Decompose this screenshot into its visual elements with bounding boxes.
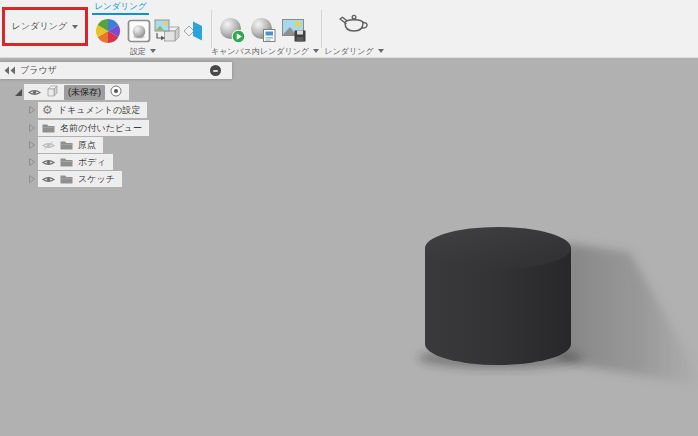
tree-row-document-settings[interactable]: ⚙ ドキュメントの設定 xyxy=(26,102,147,118)
expander-collapsed-icon[interactable] xyxy=(26,120,38,136)
tree-item-label[interactable]: ボディ xyxy=(78,156,106,169)
expander-expanded-icon[interactable] xyxy=(12,84,24,100)
browser-panel-title: ブラウザ xyxy=(20,64,57,77)
visibility-eye-icon[interactable] xyxy=(28,83,41,101)
expander-collapsed-icon[interactable] xyxy=(26,102,38,118)
cylinder-body[interactable] xyxy=(425,227,571,365)
panel-close-icon[interactable] xyxy=(210,65,221,76)
tree-item-label[interactable]: ドキュメントの設定 xyxy=(58,104,140,117)
tree-item-label[interactable]: 名前の付いたビュー xyxy=(60,122,142,135)
tree-row-named-views[interactable]: 名前の付いたビュー xyxy=(26,120,149,136)
tree-row-sketches[interactable]: スケッチ xyxy=(26,171,122,187)
active-document-radio-icon[interactable] xyxy=(110,83,122,101)
tree-row-origin[interactable]: 原点 xyxy=(26,137,103,153)
tree-item-label[interactable]: 原点 xyxy=(78,139,96,152)
tree-item-label[interactable]: スケッチ xyxy=(78,173,115,186)
folder-icon xyxy=(60,170,73,188)
fusion360-rendering-workspace: レンダリング レンダリング xyxy=(0,0,698,436)
visibility-eye-hidden-icon[interactable] xyxy=(42,136,55,154)
tree-row-document-root[interactable]: (未保存) xyxy=(12,84,129,100)
gear-icon: ⚙ xyxy=(42,104,53,116)
document-cube-icon xyxy=(46,83,59,101)
visibility-eye-icon[interactable] xyxy=(42,170,55,188)
visibility-eye-icon[interactable] xyxy=(42,153,55,171)
expander-collapsed-icon[interactable] xyxy=(26,137,38,153)
browser-panel-header: ブラウザ xyxy=(0,62,232,79)
expander-collapsed-icon[interactable] xyxy=(26,171,38,187)
tree-row-bodies[interactable]: ボディ xyxy=(26,154,113,170)
collapse-panel-icon[interactable] xyxy=(4,66,16,75)
document-name-label[interactable]: (未保存) xyxy=(64,85,105,100)
folder-icon xyxy=(60,136,73,154)
expander-collapsed-icon[interactable] xyxy=(26,154,38,170)
folder-icon xyxy=(60,153,73,171)
folder-icon xyxy=(42,119,55,137)
